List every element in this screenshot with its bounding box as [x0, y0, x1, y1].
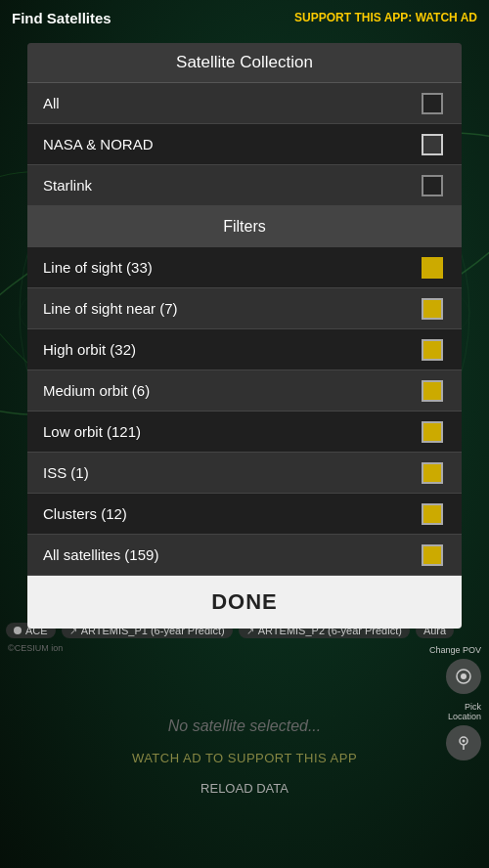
collection-header: Satellite Collection [27, 43, 462, 83]
pick-location-button[interactable] [446, 725, 481, 760]
checkbox-nasa-norad[interactable] [419, 131, 446, 158]
filter-row-medium-orbit[interactable]: Medium orbit (6) [27, 370, 462, 412]
checkbox-checked-yellow-border-icon-6 [422, 503, 443, 525]
filter-all-satellites-label: All satellites (159) [43, 546, 158, 563]
checkbox-line-of-sight[interactable] [419, 254, 446, 282]
pov-icon [455, 668, 472, 685]
checkbox-all[interactable] [419, 90, 446, 117]
change-pov-button[interactable] [446, 659, 481, 694]
filter-row-all-satellites[interactable]: All satellites (159) [27, 535, 462, 576]
checkbox-checked-yellow-border-icon-3 [422, 380, 443, 402]
filter-clusters-label: Clusters (12) [43, 505, 127, 522]
filter-starlink-label: Starlink [43, 177, 92, 194]
app-title: Find Satellites [12, 10, 111, 26]
filter-line-of-sight-near-label: Line of sight near (7) [43, 300, 178, 317]
filter-high-orbit-label: High orbit (32) [43, 341, 136, 358]
checkbox-checked-yellow-border-icon-7 [422, 544, 443, 566]
filter-row-high-orbit[interactable]: High orbit (32) [27, 329, 462, 370]
checkbox-empty-icon-2 [422, 175, 443, 196]
filter-row-clusters[interactable]: Clusters (12) [27, 494, 462, 535]
tag-dot-ace [14, 627, 22, 634]
filters-header-label: Filters [223, 218, 266, 236]
filter-iss-label: ISS (1) [43, 464, 89, 481]
checkbox-starlink[interactable] [419, 172, 446, 199]
checkbox-all-satellites[interactable] [419, 542, 446, 569]
bottom-area: No satellite selected... WATCH AD TO SUP… [0, 645, 489, 868]
change-pov-label: Change POV [429, 645, 481, 655]
filter-row-nasa-norad[interactable]: NASA & NORAD [27, 124, 462, 165]
svg-point-13 [461, 673, 467, 679]
checkbox-checked-yellow-border-icon-1 [422, 298, 443, 320]
checkbox-line-of-sight-near[interactable] [419, 295, 446, 323]
checkbox-medium-orbit[interactable] [419, 377, 446, 405]
checkbox-high-orbit[interactable] [419, 336, 446, 364]
filter-nasa-norad-label: NASA & NORAD [43, 136, 154, 152]
filter-row-line-of-sight-near[interactable]: Line of sight near (7) [27, 288, 462, 329]
filter-row-low-orbit[interactable]: Low orbit (121) [27, 412, 462, 453]
pick-location-label: PickLocation [448, 702, 481, 721]
filter-row-all[interactable]: All [27, 83, 462, 124]
no-satellite-text: No satellite selected... [168, 717, 322, 735]
checkbox-low-orbit[interactable] [419, 418, 446, 446]
checkbox-checked-yellow-border-icon-2 [422, 339, 443, 361]
right-panel-buttons: Change POV PickLocation [429, 645, 481, 760]
checkbox-white-border-icon [422, 134, 443, 155]
filter-row-iss[interactable]: ISS (1) [27, 453, 462, 494]
svg-point-15 [463, 740, 466, 743]
filter-medium-orbit-label: Medium orbit (6) [43, 382, 150, 399]
satellite-panel: Satellite Collection All NASA & NORAD St… [27, 43, 462, 629]
checkbox-iss[interactable] [419, 459, 446, 487]
checkbox-checked-yellow-icon [422, 257, 443, 279]
checkbox-empty-icon [422, 93, 443, 114]
filter-all-label: All [43, 95, 60, 111]
checkbox-clusters[interactable] [419, 500, 446, 528]
reload-data-text[interactable]: RELOAD DATA [200, 781, 289, 796]
done-button[interactable]: DONE [27, 576, 462, 629]
pick-location-group: PickLocation [429, 702, 481, 760]
filter-low-orbit-label: Low orbit (121) [43, 423, 141, 440]
filters-header: Filters [27, 206, 462, 247]
checkbox-checked-yellow-border-icon-5 [422, 462, 443, 484]
location-icon [455, 734, 472, 752]
watch-ad-text[interactable]: WATCH AD TO SUPPORT THIS APP [132, 751, 357, 765]
change-pov-group: Change POV [429, 645, 481, 694]
top-bar: Find Satellites SUPPORT THIS APP: WATCH … [0, 0, 489, 35]
ad-support-text[interactable]: SUPPORT THIS APP: WATCH AD [294, 11, 477, 24]
filter-row-starlink[interactable]: Starlink [27, 165, 462, 206]
checkbox-checked-yellow-border-icon-4 [422, 421, 443, 443]
filter-line-of-sight-label: Line of sight (33) [43, 259, 153, 276]
filter-row-line-of-sight[interactable]: Line of sight (33) [27, 247, 462, 288]
